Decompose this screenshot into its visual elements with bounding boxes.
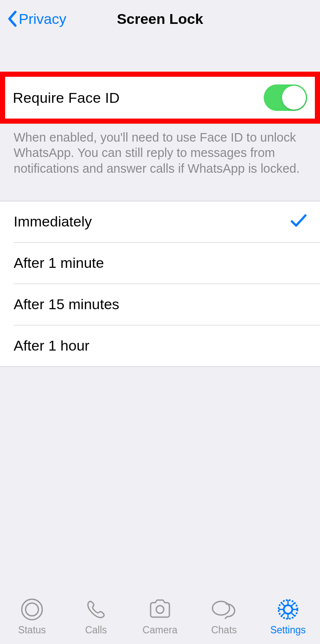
- tab-label: Settings: [270, 624, 305, 636]
- tab-label: Chats: [211, 624, 237, 636]
- timeout-option-label: Immediately: [14, 213, 92, 230]
- timeout-option[interactable]: After 1 hour: [0, 325, 320, 366]
- tab-settings[interactable]: Settings: [256, 597, 320, 636]
- timeout-option[interactable]: After 15 minutes: [0, 284, 320, 325]
- back-label: Privacy: [19, 11, 66, 27]
- timeout-option-label: After 1 minute: [14, 255, 104, 271]
- chats-icon: [211, 597, 237, 622]
- camera-icon: [147, 597, 173, 622]
- tab-bar: Status Calls Camera Chats: [0, 589, 320, 644]
- tab-chats[interactable]: Chats: [192, 597, 256, 636]
- tab-label: Calls: [85, 624, 107, 636]
- svg-point-0: [22, 599, 42, 620]
- timeout-section: Immediately After 1 minute After 15 minu…: [0, 201, 320, 367]
- tab-status[interactable]: Status: [0, 597, 64, 636]
- highlight-box: Require Face ID: [0, 72, 320, 124]
- svg-line-11: [291, 612, 295, 616]
- tab-label: Status: [18, 624, 46, 636]
- tab-label: Camera: [143, 624, 177, 636]
- timeout-option[interactable]: After 1 minute: [0, 243, 320, 284]
- require-faceid-row[interactable]: Require Face ID: [5, 77, 315, 119]
- tab-calls[interactable]: Calls: [64, 597, 128, 636]
- back-button[interactable]: Privacy: [7, 10, 66, 27]
- faceid-section: Require Face ID When enabled, you'll nee…: [0, 72, 320, 176]
- svg-line-10: [281, 603, 285, 606]
- phone-icon: [84, 597, 108, 622]
- faceid-toggle[interactable]: [264, 84, 307, 111]
- timeout-option-label: After 15 minutes: [14, 296, 119, 313]
- require-faceid-label: Require Face ID: [13, 90, 120, 106]
- timeout-option-label: After 1 hour: [14, 337, 90, 354]
- nav-bar: Privacy Screen Lock: [0, 0, 320, 38]
- svg-point-2: [156, 606, 164, 613]
- status-icon: [20, 597, 44, 622]
- svg-point-1: [26, 603, 38, 616]
- svg-line-13: [281, 612, 285, 616]
- checkmark-icon: [290, 214, 307, 230]
- svg-line-12: [291, 603, 295, 606]
- chevron-left-icon: [7, 10, 17, 27]
- timeout-option[interactable]: Immediately: [0, 201, 320, 242]
- gear-icon: [276, 597, 300, 622]
- tab-camera[interactable]: Camera: [128, 597, 192, 636]
- toggle-knob: [282, 86, 306, 110]
- faceid-description: When enabled, you'll need to use Face ID…: [0, 124, 320, 176]
- page-title: Screen Lock: [117, 11, 203, 27]
